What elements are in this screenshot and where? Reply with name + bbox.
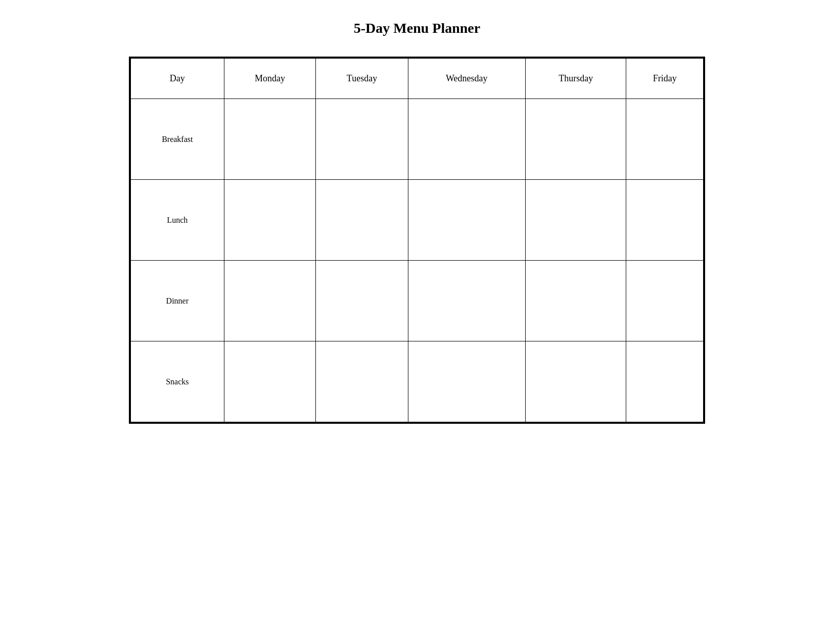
label-snacks: Snacks bbox=[131, 341, 224, 422]
cell-breakfast-tuesday[interactable] bbox=[316, 99, 408, 180]
header-wednesday: Wednesday bbox=[408, 59, 525, 99]
label-breakfast: Breakfast bbox=[131, 99, 224, 180]
row-dinner: Dinner bbox=[131, 261, 704, 341]
cell-lunch-friday[interactable] bbox=[626, 180, 704, 261]
header-monday: Monday bbox=[224, 59, 316, 99]
cell-snacks-wednesday[interactable] bbox=[408, 341, 525, 422]
cell-lunch-thursday[interactable] bbox=[525, 180, 626, 261]
cell-snacks-tuesday[interactable] bbox=[316, 341, 408, 422]
cell-dinner-friday[interactable] bbox=[626, 261, 704, 341]
label-dinner: Dinner bbox=[131, 261, 224, 341]
header-row: Day Monday Tuesday Wednesday Thursday Fr… bbox=[131, 59, 704, 99]
cell-lunch-monday[interactable] bbox=[224, 180, 316, 261]
row-snacks: Snacks bbox=[131, 341, 704, 422]
cell-breakfast-friday[interactable] bbox=[626, 99, 704, 180]
cell-dinner-tuesday[interactable] bbox=[316, 261, 408, 341]
cell-dinner-thursday[interactable] bbox=[525, 261, 626, 341]
cell-breakfast-monday[interactable] bbox=[224, 99, 316, 180]
cell-lunch-wednesday[interactable] bbox=[408, 180, 525, 261]
header-day: Day bbox=[131, 59, 224, 99]
cell-dinner-wednesday[interactable] bbox=[408, 261, 525, 341]
planner-wrapper: Day Monday Tuesday Wednesday Thursday Fr… bbox=[129, 57, 705, 424]
header-tuesday: Tuesday bbox=[316, 59, 408, 99]
cell-breakfast-thursday[interactable] bbox=[525, 99, 626, 180]
cell-dinner-monday[interactable] bbox=[224, 261, 316, 341]
cell-snacks-monday[interactable] bbox=[224, 341, 316, 422]
cell-breakfast-wednesday[interactable] bbox=[408, 99, 525, 180]
header-friday: Friday bbox=[626, 59, 704, 99]
cell-snacks-thursday[interactable] bbox=[525, 341, 626, 422]
cell-snacks-friday[interactable] bbox=[626, 341, 704, 422]
header-thursday: Thursday bbox=[525, 59, 626, 99]
planner-table: Day Monday Tuesday Wednesday Thursday Fr… bbox=[130, 58, 704, 422]
page-title: 5-Day Menu Planner bbox=[354, 20, 480, 36]
row-breakfast: Breakfast bbox=[131, 99, 704, 180]
label-lunch: Lunch bbox=[131, 180, 224, 261]
row-lunch: Lunch bbox=[131, 180, 704, 261]
cell-lunch-tuesday[interactable] bbox=[316, 180, 408, 261]
